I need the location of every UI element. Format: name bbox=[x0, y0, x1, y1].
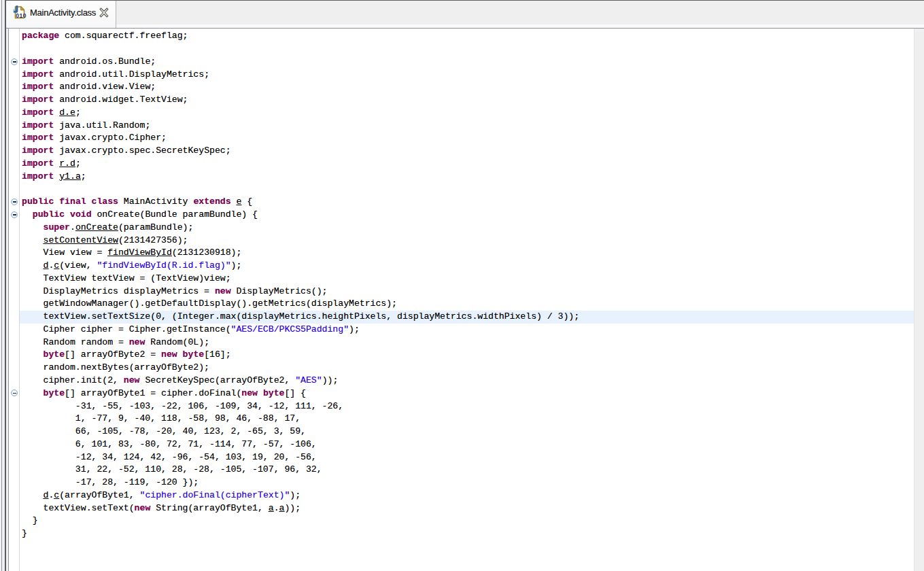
svg-text:010: 010 bbox=[16, 12, 27, 19]
